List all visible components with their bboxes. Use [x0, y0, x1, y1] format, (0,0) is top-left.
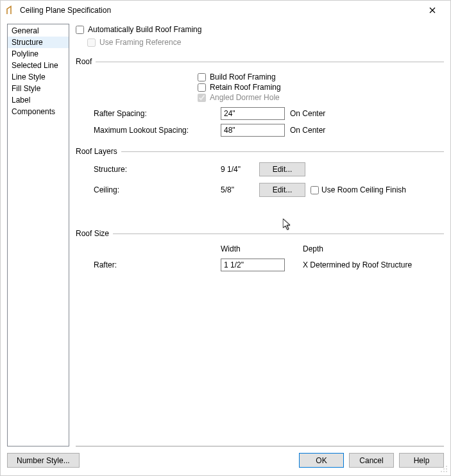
- use-framing-reference-label: Use Framing Reference: [99, 38, 181, 47]
- svg-point-1: [443, 468, 445, 470]
- structure-label: Structure:: [94, 165, 216, 174]
- angled-dormer-hole-checkbox: [198, 94, 206, 102]
- ceiling-value: 5/8": [221, 185, 254, 194]
- use-room-ceiling-finish-label: Use Room Ceiling Finish: [321, 185, 406, 194]
- sidebar-item-label[interactable]: Label: [8, 94, 69, 106]
- svg-point-2: [446, 468, 447, 470]
- number-style-button[interactable]: Number Style...: [7, 453, 80, 468]
- roof-group-header: Roof: [76, 57, 92, 66]
- divider: [121, 151, 444, 152]
- structure-value: 9 1/4": [221, 165, 254, 174]
- svg-point-0: [446, 466, 447, 467]
- sidebar-item-general[interactable]: General: [8, 25, 69, 37]
- structure-edit-button[interactable]: Edit...: [259, 162, 305, 176]
- ok-button[interactable]: OK: [299, 453, 344, 468]
- build-roof-framing-checkbox[interactable]: [198, 73, 206, 81]
- rafter-spacing-input[interactable]: [221, 107, 285, 120]
- angled-dormer-hole-label: Angled Dormer Hole: [210, 93, 280, 102]
- max-lookout-spacing-label: Maximum Lookout Spacing:: [94, 126, 216, 135]
- sidebar-item-fill-style[interactable]: Fill Style: [8, 83, 69, 94]
- sidebar-item-structure[interactable]: Structure: [8, 37, 69, 48]
- roof-size-group-header: Roof Size: [76, 229, 109, 238]
- rafter-spacing-suffix: On Center: [290, 109, 444, 118]
- sidebar-item-polyline[interactable]: Polyline: [8, 48, 69, 60]
- cancel-button[interactable]: Cancel: [349, 453, 394, 468]
- svg-point-5: [446, 471, 447, 472]
- retain-roof-framing-checkbox[interactable]: [198, 83, 206, 92]
- sidebar-item-components[interactable]: Components: [8, 106, 69, 117]
- help-button[interactable]: Help: [399, 453, 444, 468]
- depth-column-header: Depth: [303, 244, 444, 253]
- divider: [113, 234, 444, 234]
- app-icon: [6, 5, 16, 15]
- rafter-label: Rafter:: [94, 260, 216, 269]
- resize-grip-icon[interactable]: [440, 465, 448, 473]
- divider: [96, 62, 444, 62]
- retain-roof-framing-label: Retain Roof Framing: [210, 83, 281, 92]
- window-title: Ceiling Plane Specification: [20, 6, 420, 15]
- max-lookout-spacing-suffix: On Center: [290, 126, 444, 135]
- rafter-spacing-label: Rafter Spacing:: [94, 109, 216, 118]
- use-framing-reference-checkbox: [87, 38, 96, 47]
- svg-point-3: [441, 471, 442, 472]
- roof-layers-group-header: Roof Layers: [76, 147, 117, 156]
- close-button[interactable]: [420, 1, 445, 19]
- sidebar-item-line-style[interactable]: Line Style: [8, 71, 69, 83]
- ceiling-label: Ceiling:: [94, 185, 216, 194]
- auto-build-framing-label: Automatically Build Roof Framing: [88, 25, 201, 34]
- use-room-ceiling-finish-checkbox[interactable]: [311, 186, 319, 194]
- ceiling-edit-button[interactable]: Edit...: [259, 183, 305, 197]
- auto-build-framing-checkbox[interactable]: [76, 26, 84, 34]
- sidebar-item-selected-line[interactable]: Selected Line: [8, 60, 69, 71]
- build-roof-framing-label: Build Roof Framing: [210, 72, 276, 81]
- category-list[interactable]: General Structure Polyline Selected Line…: [7, 24, 69, 446]
- svg-point-4: [443, 471, 445, 472]
- rafter-depth-value: X Determined by Roof Structure: [303, 260, 444, 269]
- rafter-width-input[interactable]: [221, 259, 285, 271]
- width-column-header: Width: [221, 244, 298, 253]
- titlebar: Ceiling Plane Specification: [1, 1, 450, 20]
- max-lookout-spacing-input[interactable]: [221, 124, 285, 137]
